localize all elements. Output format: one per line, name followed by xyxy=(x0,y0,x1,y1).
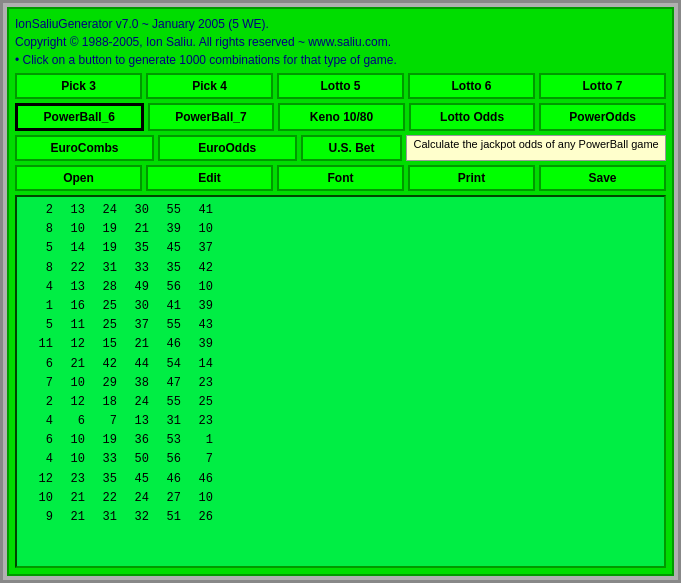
header: IonSaliuGenerator v7.0 ~ January 2005 (5… xyxy=(15,15,666,69)
table-cell: 10 xyxy=(185,220,217,239)
table-cell: 55 xyxy=(153,393,185,412)
table-row: 4103350567 xyxy=(25,450,656,469)
table-cell: 12 xyxy=(57,335,89,354)
table-cell: 35 xyxy=(89,470,121,489)
data-scroll[interactable]: 2132430554181019213910514193545378223133… xyxy=(17,197,664,566)
table-cell: 13 xyxy=(121,412,153,431)
table-cell: 35 xyxy=(121,239,153,258)
table-cell: 45 xyxy=(121,470,153,489)
lottoodds-button[interactable]: Lotto Odds xyxy=(409,103,536,131)
table-cell: 44 xyxy=(121,355,153,374)
table-cell: 55 xyxy=(153,316,185,335)
table-cell: 41 xyxy=(153,297,185,316)
table-cell: 11 xyxy=(57,316,89,335)
table-cell: 9 xyxy=(25,508,57,527)
table-cell: 23 xyxy=(57,470,89,489)
table-row: 467133123 xyxy=(25,412,656,431)
table-cell: 24 xyxy=(121,393,153,412)
table-cell: 45 xyxy=(153,239,185,258)
table-cell: 10 xyxy=(185,489,217,508)
table-cell: 12 xyxy=(25,470,57,489)
usbet-button[interactable]: U.S. Bet xyxy=(301,135,403,161)
table-cell: 6 xyxy=(25,431,57,450)
table-cell: 31 xyxy=(89,259,121,278)
table-cell: 14 xyxy=(57,239,89,258)
print-button[interactable]: Print xyxy=(408,165,535,191)
table-cell: 37 xyxy=(185,239,217,258)
table-cell: 10 xyxy=(57,450,89,469)
powerball7-button[interactable]: PowerBall_7 xyxy=(148,103,275,131)
open-button[interactable]: Open xyxy=(15,165,142,191)
euroodds-button[interactable]: EuroOdds xyxy=(158,135,297,161)
table-cell: 30 xyxy=(121,201,153,220)
table-cell: 42 xyxy=(185,259,217,278)
table-cell: 23 xyxy=(185,374,217,393)
table-cell: 6 xyxy=(25,355,57,374)
table-cell: 10 xyxy=(185,278,217,297)
table-cell: 25 xyxy=(89,316,121,335)
table-cell: 46 xyxy=(185,470,217,489)
table-row: 21324305541 xyxy=(25,201,656,220)
table-cell: 43 xyxy=(185,316,217,335)
table-row: 111215214639 xyxy=(25,335,656,354)
table-cell: 47 xyxy=(153,374,185,393)
table-row: 51419354537 xyxy=(25,239,656,258)
table-cell: 22 xyxy=(89,489,121,508)
table-cell: 39 xyxy=(185,297,217,316)
table-cell: 10 xyxy=(25,489,57,508)
app-frame: IonSaliuGenerator v7.0 ~ January 2005 (5… xyxy=(0,0,681,583)
table-cell: 32 xyxy=(121,508,153,527)
table-cell: 13 xyxy=(57,278,89,297)
table-cell: 24 xyxy=(121,489,153,508)
eurocombs-button[interactable]: EuroCombs xyxy=(15,135,154,161)
table-cell: 19 xyxy=(89,239,121,258)
app-instruction: • Click on a button to generate 1000 com… xyxy=(15,51,666,69)
save-button[interactable]: Save xyxy=(539,165,666,191)
table-cell: 49 xyxy=(121,278,153,297)
table-cell: 5 xyxy=(25,239,57,258)
powerball6-button[interactable]: PowerBall_6 xyxy=(15,103,144,131)
table-cell: 7 xyxy=(89,412,121,431)
table-cell: 30 xyxy=(121,297,153,316)
table-row: 11625304139 xyxy=(25,297,656,316)
table-cell: 1 xyxy=(185,431,217,450)
font-button[interactable]: Font xyxy=(277,165,404,191)
lotto7-button[interactable]: Lotto 7 xyxy=(539,73,666,99)
table-cell: 51 xyxy=(153,508,185,527)
table-cell: 11 xyxy=(25,335,57,354)
table-cell: 21 xyxy=(121,335,153,354)
powerodds-button[interactable]: PowerOdds xyxy=(539,103,666,131)
app-copyright: Copyright © 1988-2005, Ion Saliu. All ri… xyxy=(15,33,666,51)
table-cell: 5 xyxy=(25,316,57,335)
table-cell: 12 xyxy=(57,393,89,412)
table-cell: 35 xyxy=(153,259,185,278)
table-cell: 46 xyxy=(153,335,185,354)
lotto6-button[interactable]: Lotto 6 xyxy=(408,73,535,99)
edit-button[interactable]: Edit xyxy=(146,165,273,191)
keno-button[interactable]: Keno 10/80 xyxy=(278,103,405,131)
app-content: IonSaliuGenerator v7.0 ~ January 2005 (5… xyxy=(7,7,674,576)
table-cell: 16 xyxy=(57,297,89,316)
table-row: 92131325126 xyxy=(25,508,656,527)
pick4-button[interactable]: Pick 4 xyxy=(146,73,273,99)
table-cell: 4 xyxy=(25,412,57,431)
table-cell: 7 xyxy=(25,374,57,393)
table-cell: 56 xyxy=(153,278,185,297)
table-cell: 1 xyxy=(25,297,57,316)
lotto5-button[interactable]: Lotto 5 xyxy=(277,73,404,99)
table-cell: 19 xyxy=(89,431,121,450)
table-cell: 18 xyxy=(89,393,121,412)
table-cell: 37 xyxy=(121,316,153,335)
pick3-button[interactable]: Pick 3 xyxy=(15,73,142,99)
button-row-3: EuroCombs EuroOdds U.S. Bet Calculate th… xyxy=(15,135,666,161)
table-row: 122335454646 xyxy=(25,470,656,489)
table-cell: 54 xyxy=(153,355,185,374)
table-cell: 33 xyxy=(121,259,153,278)
table-cell: 6 xyxy=(57,412,89,431)
table-cell: 14 xyxy=(185,355,217,374)
table-cell: 46 xyxy=(153,470,185,489)
table-row: 41328495610 xyxy=(25,278,656,297)
tooltip-text: Calculate the jackpot odds of any PowerB… xyxy=(406,135,666,161)
table-cell: 21 xyxy=(57,508,89,527)
table-cell: 21 xyxy=(121,220,153,239)
